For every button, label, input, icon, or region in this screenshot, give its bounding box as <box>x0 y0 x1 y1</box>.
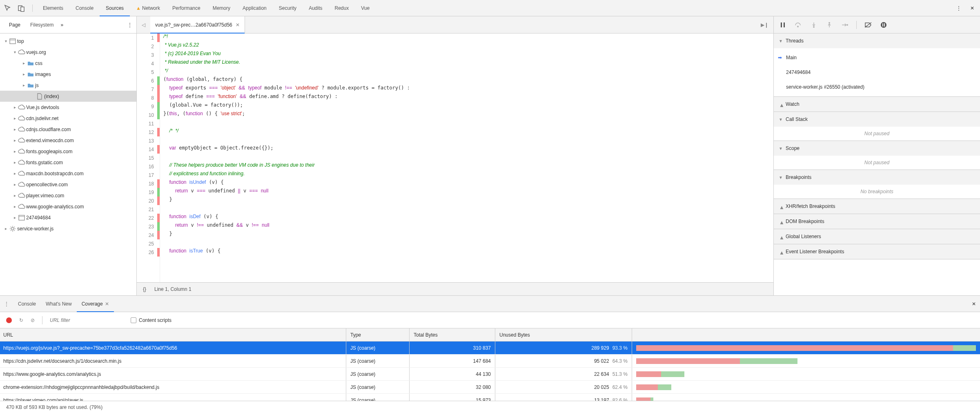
code-line[interactable]: } <box>163 196 773 205</box>
code-line[interactable]: * Released under the MIT License. <box>163 59 773 68</box>
code-line[interactable]: /*! <box>163 33 773 42</box>
url-header[interactable]: URL <box>0 328 346 341</box>
expand-icon[interactable]: ▸ <box>12 160 17 165</box>
expand-icon[interactable]: ▸ <box>12 193 17 198</box>
drawer-close-icon[interactable]: ✕ <box>972 301 976 307</box>
tree-item[interactable]: ▸www.google-analytics.com <box>0 201 136 212</box>
tab-security[interactable]: Security <box>273 0 303 16</box>
code-line[interactable] <box>163 136 773 145</box>
tree-item[interactable]: ▸247494684 <box>0 212 136 223</box>
code-line[interactable]: return v === undefined || v === null <box>163 188 773 196</box>
thread-item[interactable]: service-worker.js #26550 (activated) <box>774 80 980 94</box>
tree-item[interactable]: ▸maxcdn.bootstrapcdn.com <box>0 168 136 179</box>
code-line[interactable]: */ <box>163 68 773 76</box>
code-line[interactable]: * (c) 2014-2019 Evan You <box>163 51 773 59</box>
line-number[interactable]: 16 <box>137 164 157 170</box>
tree-item[interactable]: ▸images <box>0 69 136 80</box>
code-line[interactable]: (global.Vue = factory()); <box>163 102 773 111</box>
total-header[interactable]: Total Bytes <box>410 328 495 341</box>
line-number[interactable]: 15 <box>137 155 157 161</box>
coverage-row[interactable]: https://player.vimeo.com/api/player.jsJS… <box>0 394 980 401</box>
section-header[interactable]: ▼Call Stack <box>774 112 980 127</box>
line-number[interactable]: 3 <box>137 52 157 58</box>
line-number[interactable]: 6 <box>137 78 157 84</box>
record-button[interactable] <box>6 317 12 323</box>
coverage-row[interactable]: https://cdn.jsdelivr.net/docsearch.js/1/… <box>0 355 980 368</box>
inspect-icon[interactable] <box>4 4 11 12</box>
code-line[interactable]: /* */ <box>163 128 773 136</box>
expand-icon[interactable]: ▸ <box>12 149 17 154</box>
tree-item[interactable]: ▸opencollective.com <box>0 179 136 190</box>
tree-item[interactable]: ▸js <box>0 80 136 91</box>
drawer-tab-console[interactable]: Console <box>13 296 41 312</box>
expand-icon[interactable]: ▸ <box>21 61 26 65</box>
code-line[interactable]: function isDef (v) { <box>163 214 773 222</box>
coverage-row[interactable]: https://www.google-analytics.com/analyti… <box>0 368 980 381</box>
tree-item[interactable]: (index) <box>0 91 136 102</box>
section-header[interactable]: ▶XHR/fetch Breakpoints <box>774 199 980 214</box>
expand-icon[interactable]: ▸ <box>12 105 17 109</box>
tab-memory[interactable]: Memory <box>207 0 236 16</box>
tree-item[interactable]: ▸css <box>0 58 136 69</box>
tab-network[interactable]: ▲Network <box>130 0 166 16</box>
unused-header[interactable]: Unused Bytes <box>495 328 632 341</box>
line-number[interactable]: 7 <box>137 87 157 92</box>
pause-on-exceptions-icon[interactable] <box>880 21 888 29</box>
line-number[interactable]: 11 <box>137 121 157 127</box>
expand-icon[interactable]: ▸ <box>3 226 8 231</box>
thread-item[interactable]: 247494684 <box>774 65 980 80</box>
close-tab-icon[interactable]: ✕ <box>105 301 109 307</box>
code-line[interactable] <box>163 119 773 128</box>
expand-icon[interactable]: ▸ <box>12 204 17 209</box>
device-toggle-icon[interactable] <box>18 4 25 12</box>
tab-redux[interactable]: Redux <box>328 0 355 16</box>
url-filter-input[interactable] <box>50 317 123 323</box>
code-line[interactable]: (function (global, factory) { <box>163 76 773 85</box>
code-line[interactable]: // explicitness and function inlining. <box>163 171 773 179</box>
close-icon[interactable]: ✕ <box>969 4 976 12</box>
section-header[interactable]: ▶Event Listener Breakpoints <box>774 244 980 259</box>
code-line[interactable]: function isUndef (v) { <box>163 179 773 188</box>
section-header[interactable]: ▼Scope <box>774 141 980 156</box>
expand-icon[interactable]: ▸ <box>12 182 17 187</box>
expand-icon[interactable]: ▸ <box>21 72 26 76</box>
thread-item[interactable]: Main <box>774 50 980 65</box>
code-line[interactable]: typeof exports === 'object' && typeof mo… <box>163 85 773 94</box>
line-number[interactable]: 2 <box>137 44 157 49</box>
expand-icon[interactable]: ▸ <box>12 116 17 121</box>
line-number[interactable]: 5 <box>137 69 157 75</box>
coverage-row[interactable]: https://vuejs.org/js/vue.js?_sw-precache… <box>0 342 980 355</box>
code-line[interactable]: } <box>163 231 773 239</box>
line-number[interactable]: 26 <box>137 250 157 255</box>
line-number[interactable]: 12 <box>137 129 157 135</box>
tab-elements[interactable]: Elements <box>37 0 69 16</box>
line-number[interactable]: 1 <box>137 35 157 41</box>
expand-icon[interactable]: ▸ <box>12 138 17 143</box>
content-scripts-checkbox[interactable]: Content scripts <box>131 317 172 323</box>
line-number[interactable]: 25 <box>137 241 157 247</box>
line-number[interactable]: 22 <box>137 215 157 221</box>
tab-audits[interactable]: Audits <box>303 0 328 16</box>
line-number[interactable]: 8 <box>137 95 157 101</box>
tree-item[interactable]: ▾vuejs.org <box>0 47 136 58</box>
tree-item[interactable]: ▸Vue.js devtools <box>0 102 136 113</box>
section-header[interactable]: ▶DOM Breakpoints <box>774 214 980 229</box>
run-snippet-icon[interactable]: ▶❙ <box>761 22 768 28</box>
expand-icon[interactable]: ▾ <box>12 50 17 54</box>
tree-item[interactable]: ▾top <box>0 36 136 47</box>
expand-icon[interactable]: ▸ <box>12 171 17 176</box>
line-number[interactable]: 9 <box>137 104 157 109</box>
navigator-more-icon[interactable]: ⋮ <box>127 22 132 28</box>
drawer-more-icon[interactable]: ⋮ <box>4 301 9 307</box>
coverage-row[interactable]: chrome-extension://nhdogjmejiglipccpnnna… <box>0 381 980 394</box>
tree-item[interactable]: ▸service-worker.js <box>0 223 136 234</box>
filesystem-tab[interactable]: Filesystem <box>25 16 58 33</box>
close-tab-icon[interactable]: ✕ <box>236 22 240 28</box>
tree-item[interactable]: ▸fonts.gstatic.com <box>0 157 136 168</box>
line-number[interactable]: 14 <box>137 147 157 152</box>
page-tab[interactable]: Page <box>4 16 25 33</box>
tab-sources[interactable]: Sources <box>100 0 130 16</box>
drawer-tab-coverage[interactable]: Coverage✕ <box>77 296 114 312</box>
clear-icon[interactable]: ⊘ <box>31 317 35 323</box>
section-header[interactable]: ▼Breakpoints <box>774 170 980 185</box>
